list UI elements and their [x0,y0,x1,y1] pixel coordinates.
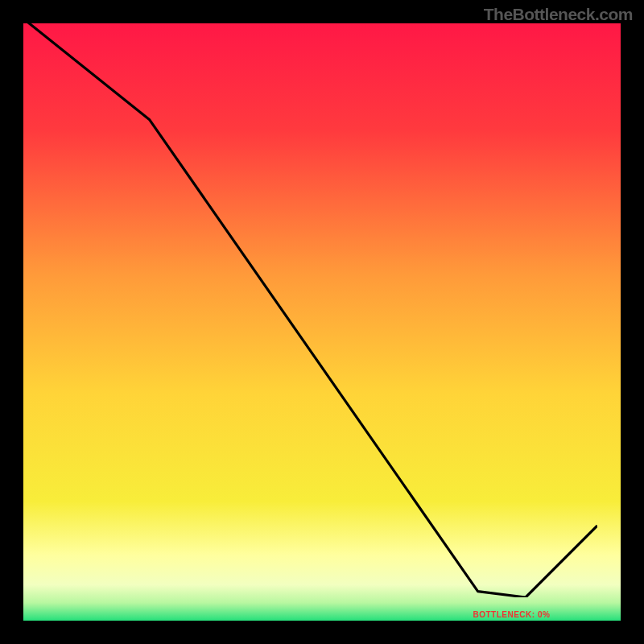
chart-plot-area [23,23,621,621]
bottleneck-zero-label: BOTTLENECK: 0% [473,610,550,619]
gradient-backdrop [23,23,621,621]
watermark-text: TheBottleneck.com [484,5,633,24]
